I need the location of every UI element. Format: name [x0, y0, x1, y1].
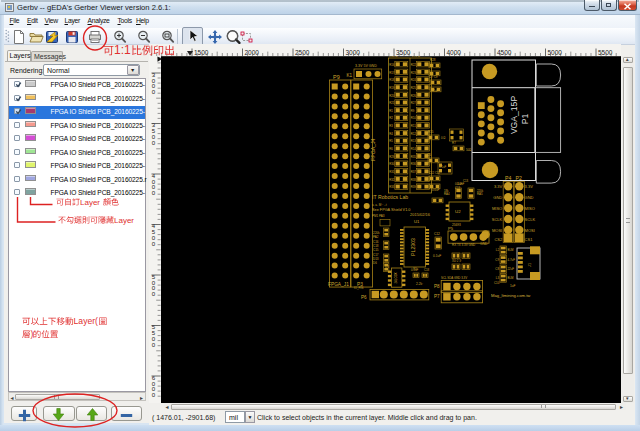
svg-text:0 Ω: 0 Ω	[441, 136, 445, 140]
svg-text:IT Robotics Lab: IT Robotics Lab	[372, 194, 408, 200]
svg-text:4000: 4000	[447, 49, 462, 56]
svg-text:2000: 2000	[245, 49, 260, 56]
svg-text:0.2uF: 0.2uF	[431, 89, 438, 93]
svg-text:0.1uF: 0.1uF	[411, 268, 418, 272]
svg-text:1:1: 1:1	[114, 43, 131, 57]
svg-text:GND: GND	[493, 195, 502, 200]
svg-text:C12 C11: C12 C11	[429, 171, 440, 175]
svg-text:R35: R35	[411, 155, 417, 159]
svg-text:MOSI: MOSI	[492, 228, 502, 233]
svg-text:R22: R22	[411, 63, 417, 67]
svg-text:0: 0	[152, 391, 156, 398]
svg-text:R15: R15	[428, 130, 434, 134]
svg-text:R5: R5	[389, 139, 393, 143]
svg-text:C5: C5	[427, 153, 431, 157]
svg-text:2500: 2500	[295, 49, 310, 56]
svg-text:C10: C10	[494, 281, 500, 285]
svg-text:R24: R24	[411, 78, 417, 82]
svg-text:3.3V: 3.3V	[494, 184, 503, 189]
svg-text:5000: 5000	[548, 49, 563, 56]
svg-text:R26: R26	[411, 94, 417, 98]
svg-text:R9: R9	[411, 109, 415, 113]
svg-text:R38: R38	[411, 178, 417, 182]
svg-text:R37: R37	[411, 170, 417, 174]
svg-text:RX TX 3.3V GND: RX TX 3.3V GND	[452, 243, 476, 247]
svg-text:R21: R21	[389, 101, 395, 105]
svg-text:XU·2 3·: XU·2 3·	[452, 259, 462, 263]
svg-text:1500: 1500	[194, 49, 209, 56]
svg-text:L2: L2	[496, 248, 500, 252]
svg-text:3000: 3000	[346, 49, 361, 56]
svg-text:R36: R36	[411, 162, 417, 166]
svg-text:C7 C9: C7 C9	[429, 75, 438, 79]
svg-text:C13: C13	[463, 179, 469, 183]
svg-text:R31: R31	[389, 170, 395, 174]
svg-text:R20: R20	[389, 94, 395, 98]
svg-text:CS1: CS1	[525, 237, 534, 242]
svg-text:R2: R2	[389, 116, 393, 120]
svg-text:R16: R16	[389, 63, 395, 67]
svg-text:R19: R19	[389, 86, 395, 90]
svg-text:C12: C12	[434, 232, 440, 236]
svg-text:U2: U2	[455, 209, 461, 214]
svg-text:R4: R4	[389, 132, 393, 136]
svg-text:0.6uF: 0.6uF	[432, 188, 439, 192]
svg-text:0.1uF: 0.1uF	[433, 254, 441, 258]
svg-text:2015/02/16: 2015/02/16	[410, 212, 431, 217]
svg-text:See FPGA Shield V1.0: See FPGA Shield V1.0	[372, 208, 410, 212]
svg-text:4500: 4500	[497, 49, 512, 56]
svg-text:C9: C9	[495, 258, 499, 262]
svg-text:0: 0	[152, 139, 156, 146]
svg-text:D6: D6	[373, 261, 377, 265]
svg-text:25693: 25693	[452, 223, 461, 227]
svg-text:SCLK: SCLK	[492, 217, 503, 222]
svg-text:R13: R13	[411, 139, 417, 143]
svg-text:P1: P1	[520, 114, 530, 125]
svg-text:CS2: CS2	[494, 237, 503, 242]
svg-text:2.2k·: 2.2k·	[416, 282, 423, 286]
svg-text:4.7uF: 4.7uF	[508, 258, 516, 262]
svg-text:MISO: MISO	[492, 206, 502, 211]
svg-text:50Ω: 50Ω	[466, 148, 471, 152]
svg-text:R3: R3	[389, 124, 393, 128]
svg-text:Mag_ltmining.com.tw: Mag_ltmining.com.tw	[491, 293, 531, 298]
svg-text:R32: R32	[389, 178, 395, 182]
svg-text:5500: 5500	[598, 49, 613, 56]
svg-text:K1: K1	[347, 73, 353, 78]
svg-text:L3: L3	[496, 276, 500, 280]
svg-text:R39: R39	[411, 185, 417, 189]
svg-text:PM1 PA3: PM1 PA3	[372, 214, 385, 218]
svg-text:0: 0	[152, 189, 156, 196]
svg-text:R6: R6	[389, 147, 393, 151]
svg-text:FPGA_J1: FPGA_J1	[328, 282, 349, 287]
svg-text:u. a. M·· ..t: u. a. M·· ..t	[372, 203, 387, 207]
svg-text:U1: U1	[414, 219, 420, 224]
svg-text:GND: GND	[480, 242, 488, 246]
svg-text:R33: R33	[389, 185, 395, 189]
svg-text:IO_PIN: IO_PIN	[354, 286, 363, 290]
svg-text:U3: U3	[385, 265, 389, 269]
svg-text:P4: P4	[505, 175, 511, 181]
svg-text:VGA_15P: VGA_15P	[509, 96, 519, 134]
svg-text:R12: R12	[411, 132, 417, 136]
svg-text:SCL SDA GND 3.3V: SCL SDA GND 3.3V	[441, 276, 467, 280]
svg-text:P8: P8	[434, 284, 440, 289]
svg-text:J1: J1	[528, 263, 532, 267]
svg-text:0: 0	[152, 341, 156, 348]
svg-text:PL2303: PL2303	[410, 238, 416, 256]
svg-text:R1: R1	[389, 109, 393, 113]
svg-text:R17: R17	[389, 71, 395, 75]
svg-text:P5: P5	[448, 226, 454, 231]
svg-text:R18: R18	[389, 78, 395, 82]
svg-text:Layer: Layer	[80, 197, 100, 206]
svg-text:C18: C18	[424, 268, 430, 272]
svg-text:Layer(: Layer(	[74, 316, 98, 326]
svg-text:P9: P9	[333, 74, 340, 80]
svg-text:22uF: 22uF	[508, 267, 515, 271]
svg-text:GND: GND	[525, 195, 534, 200]
svg-text:BLM: BLM	[508, 248, 515, 252]
svg-text:0: 0	[152, 88, 156, 95]
svg-text:3.3V: 3.3V	[525, 184, 534, 189]
svg-text:3500: 3500	[396, 49, 411, 56]
svg-text:P6: P6	[361, 295, 367, 300]
